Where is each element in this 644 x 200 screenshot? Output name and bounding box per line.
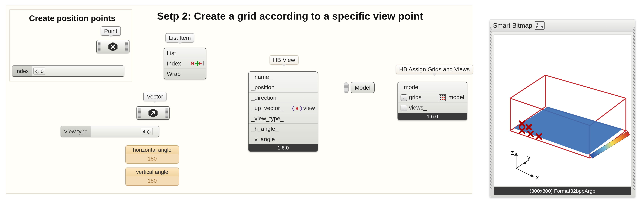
hb-assign-in-grids[interactable]: grids_: [409, 94, 425, 100]
component-version: 1.6.0: [248, 144, 318, 151]
model-input-capsule[interactable]: Model: [350, 82, 375, 93]
hb-assign-out-model[interactable]: model: [448, 94, 464, 100]
svg-text:y: y: [527, 154, 530, 161]
point-label-bubble: Point: [101, 26, 121, 36]
step-title: Setp 2: Create a grid according to a spe…: [157, 10, 423, 22]
list-item-in-list[interactable]: List: [164, 50, 178, 56]
svg-text:x: x: [536, 174, 539, 181]
component-version: 1.6.0: [398, 113, 467, 120]
hb-view-out[interactable]: view: [303, 105, 315, 111]
hb-view-in-upvector[interactable]: _up_vector_: [248, 105, 286, 111]
vector-label-bubble: Vector: [143, 92, 166, 101]
image-icon: [535, 21, 544, 30]
svg-text:z: z: [511, 149, 514, 156]
grip-icon: [634, 27, 635, 190]
list-item-bubble: List Item: [166, 33, 194, 42]
panel-title: horizontal angle: [126, 146, 178, 154]
chevron-down-icon[interactable]: ↓: [400, 105, 407, 111]
slider-label: View type: [61, 126, 91, 137]
panel-value: 180: [126, 154, 178, 163]
horizontal-angle-panel[interactable]: horizontal angle 180: [126, 145, 179, 164]
plus-arrow-icon: [195, 61, 200, 66]
list-item-out[interactable]: i: [202, 60, 204, 67]
model-label: Model: [355, 84, 370, 91]
window-title: Smart Bitmap: [493, 22, 532, 29]
grip-icon: [344, 83, 348, 93]
hb-view-component[interactable]: _name_ _position _direction _up_vector_ …: [248, 71, 318, 152]
vector-param[interactable]: [136, 106, 170, 120]
grid-icon: [439, 94, 446, 101]
grip-icon: [490, 27, 492, 190]
index-slider[interactable]: Index ◇ 0: [12, 66, 124, 77]
smart-bitmap-window[interactable]: Smart Bitmap x y z: [490, 19, 635, 197]
hb-view-bubble: HB View: [270, 55, 298, 65]
n-badge: N: [190, 61, 194, 66]
hb-assign-bubble: HB Assign Grids and Views: [396, 65, 473, 74]
hb-view-in-direction[interactable]: _direction: [248, 94, 279, 101]
list-item-component[interactable]: List Index N i Wrap: [164, 48, 206, 79]
vertical-angle-panel[interactable]: vertical angle 180: [126, 168, 179, 186]
hb-view-in-position[interactable]: _position: [248, 84, 277, 91]
group-label: Create position points: [29, 14, 116, 23]
panel-title: vertical angle: [126, 168, 178, 176]
slider-label: Index: [12, 66, 32, 76]
vector-hex-icon: [148, 108, 158, 118]
hb-view-in-hangle[interactable]: _h_angle_: [248, 125, 281, 132]
hb-view-in-vangle[interactable]: _v_angle_: [248, 136, 281, 142]
hb-assign-in-views[interactable]: views_: [409, 104, 427, 111]
point-param[interactable]: [96, 40, 130, 53]
close-hex-icon: [108, 42, 118, 52]
slider-value[interactable]: 4 ◇: [141, 128, 153, 135]
view-type-slider[interactable]: View type 4 ◇: [60, 126, 159, 137]
eye-icon: [292, 106, 302, 111]
hb-view-in-name[interactable]: _name_: [248, 74, 275, 80]
list-item-in-wrap[interactable]: Wrap: [164, 71, 184, 77]
list-item-in-index[interactable]: Index: [164, 60, 184, 67]
hb-assign-component[interactable]: _model ↓grids_ model ↓views_ 1.6.0: [398, 82, 467, 120]
panel-value: 180: [126, 176, 178, 185]
chevron-down-icon[interactable]: ↓: [400, 94, 407, 101]
hb-assign-in-model[interactable]: _model: [398, 84, 422, 91]
hb-view-in-viewtype[interactable]: _view_type_: [248, 115, 286, 122]
model-preview-svg: x y z: [494, 35, 631, 186]
preview-viewport: x y z: [494, 34, 631, 186]
status-bar: (300x300) Format32bppArgb: [494, 187, 631, 195]
slider-value[interactable]: ◇ 0: [34, 68, 46, 75]
